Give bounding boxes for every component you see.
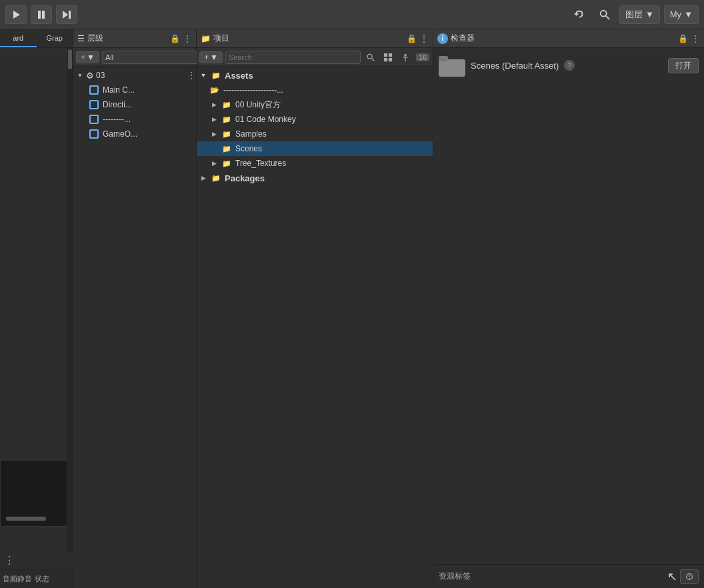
svg-rect-20 [439, 56, 448, 61]
hierarchy-search-input[interactable] [102, 51, 201, 64]
tab-graph[interactable]: Grap [37, 29, 73, 47]
project-item-codemonkey[interactable]: ▶ 📁 01 Code Monkey [197, 112, 433, 127]
hierarchy-item-directional-label: Directi... [103, 100, 132, 109]
folder-icon-treetextures: 📁 [222, 159, 231, 168]
project-item-assets[interactable]: ▼ 📁 Assets [197, 68, 433, 83]
folder-icon-packages: 📁 [211, 174, 221, 183]
scroll-track [67, 48, 73, 551]
project-more-icon[interactable]: ⋮ [419, 33, 429, 44]
hierarchy-panel-header: ☰ 层级 🔒 ⋮ [73, 29, 196, 48]
inspector-bottom-btn[interactable] [680, 569, 699, 584]
preview-bar [6, 517, 46, 521]
project-samples-label: Samples [235, 129, 267, 139]
inspector-open-button[interactable]: 打开 [668, 58, 699, 73]
tab-ard[interactable]: ard [0, 29, 37, 47]
svg-rect-12 [389, 53, 392, 56]
layers-dropdown-icon: ▼ [645, 9, 654, 19]
status-label: 状态 [35, 574, 49, 584]
layers-dropdown[interactable]: 图层 ▼ [619, 5, 660, 24]
project-search-icon[interactable] [363, 50, 378, 65]
account-dropdown-icon: ▼ [684, 9, 693, 19]
hierarchy-item-03-more[interactable]: ⋮ [187, 70, 196, 81]
bottom-bar-left: ⋮ [0, 551, 73, 569]
asset-header: Scenes (Default Asset) ? 打开 [439, 53, 699, 77]
preview-area [0, 460, 67, 527]
project-item-packages[interactable]: ▶ 📁 Packages [197, 171, 433, 185]
hierarchy-item-03-arrow: ▼ [76, 71, 84, 79]
hierarchy-item-gameobj[interactable]: GameO... [73, 127, 196, 141]
folder-icon-scenes: 📁 [222, 145, 231, 153]
project-search-input[interactable] [225, 51, 361, 64]
asset-tags-label: 资源标签 [439, 571, 471, 582]
inspector-title: 检查器 [451, 33, 675, 44]
inspector-panel: i 检查器 🔒 ⋮ Scenes (Default Asset) ? [433, 29, 704, 588]
project-add-arrow: ▼ [210, 53, 218, 62]
svg-rect-1 [38, 11, 41, 19]
project-assets-label: Assets [225, 71, 253, 81]
play-button[interactable] [5, 5, 27, 24]
hierarchy-item-03-label: 03 [96, 71, 105, 80]
hierarchy-item-gameobj-label: GameO... [103, 129, 137, 139]
cube-icon-maincam [89, 85, 99, 95]
project-treetextures-label: Tree_Textures [235, 159, 286, 168]
left-panel-content [0, 48, 73, 551]
project-lock-icon: 🔒 [406, 33, 417, 44]
folder-outline-icon-sep1: 📂 [210, 86, 219, 95]
search-button[interactable] [594, 5, 615, 24]
hierarchy-item-03[interactable]: ▼ ⚙ 03 ⋮ [73, 68, 196, 83]
project-sep1-label: --------------------... [223, 85, 283, 95]
inspector-help-icon[interactable]: ? [564, 60, 575, 71]
cursor-icon: ↖ [667, 569, 677, 584]
left-panel: ard Grap ⋮ 音频静音 状态 [0, 29, 73, 588]
project-samples-arrow: ▶ [210, 130, 218, 138]
scroll-thumb[interactable] [68, 49, 72, 69]
inspector-more-icon[interactable]: ⋮ [691, 33, 700, 44]
project-unity-arrow: ▶ [210, 101, 218, 109]
project-treetextures-arrow: ▶ [210, 159, 218, 167]
hierarchy-add-arrow: ▼ [87, 53, 95, 62]
folder-icon-samples: 📁 [222, 130, 231, 139]
cube-icon-directional [89, 100, 99, 109]
hierarchy-item-maincam-label: Main C... [103, 85, 135, 95]
asset-folder-icon-lg [439, 53, 465, 77]
svg-line-6 [606, 15, 609, 19]
undo-button[interactable] [569, 5, 590, 24]
svg-marker-3 [63, 11, 68, 19]
hierarchy-lock-icon: 🔒 [169, 33, 180, 44]
project-scenes-label: Scenes [235, 144, 262, 153]
hierarchy-add-button[interactable]: + ▼ [76, 51, 99, 63]
more-dots-left[interactable]: ⋮ [4, 554, 15, 567]
svg-rect-4 [69, 11, 71, 19]
project-item-samples[interactable]: ▶ 📁 Samples [197, 127, 433, 141]
audio-status-bar: 音频静音 状态 [0, 569, 73, 588]
hierarchy-more-icon[interactable]: ⋮ [183, 33, 192, 44]
hierarchy-item-separator[interactable]: --------... [73, 112, 196, 127]
hierarchy-item-separator-label: --------... [103, 115, 131, 124]
svg-rect-2 [42, 11, 45, 19]
account-dropdown[interactable]: My ▼ [664, 5, 699, 24]
pause-button[interactable] [31, 5, 52, 24]
cube-icon-sep [89, 115, 99, 124]
project-filter-icon[interactable] [398, 50, 413, 65]
hierarchy-item-directional[interactable]: Directi... [73, 97, 196, 112]
project-view-toggle[interactable] [381, 50, 395, 65]
hierarchy-title: 层级 [87, 33, 167, 44]
project-toolbar: + ▼ [197, 48, 433, 67]
audio-mute-label: 音频静音 [3, 574, 32, 584]
hierarchy-item-maincam[interactable]: Main C... [73, 83, 196, 97]
project-item-treetextures[interactable]: ▶ 📁 Tree_Textures [197, 156, 433, 171]
project-unity-label: 00 Unity官方 [235, 99, 281, 111]
project-item-sep1[interactable]: 📂 --------------------... [197, 83, 433, 97]
tab-graph-label: Grap [47, 34, 63, 42]
inspector-bottom: 资源标签 ↖ [433, 564, 704, 588]
svg-point-15 [404, 53, 407, 56]
svg-marker-0 [13, 11, 20, 19]
project-item-scenes[interactable]: 📁 Scenes [197, 141, 433, 156]
step-button[interactable] [56, 5, 77, 24]
project-codemonkey-arrow: ▶ [210, 115, 218, 123]
project-assets-folder-icon: 📁 [211, 71, 221, 80]
project-item-unity[interactable]: ▶ 📁 00 Unity官方 [197, 97, 433, 112]
project-codemonkey-label: 01 Code Monkey [235, 115, 296, 124]
main-area: ard Grap ⋮ 音频静音 状态 ☰ 层级 � [0, 29, 704, 588]
project-add-button[interactable]: + ▼ [199, 51, 223, 63]
